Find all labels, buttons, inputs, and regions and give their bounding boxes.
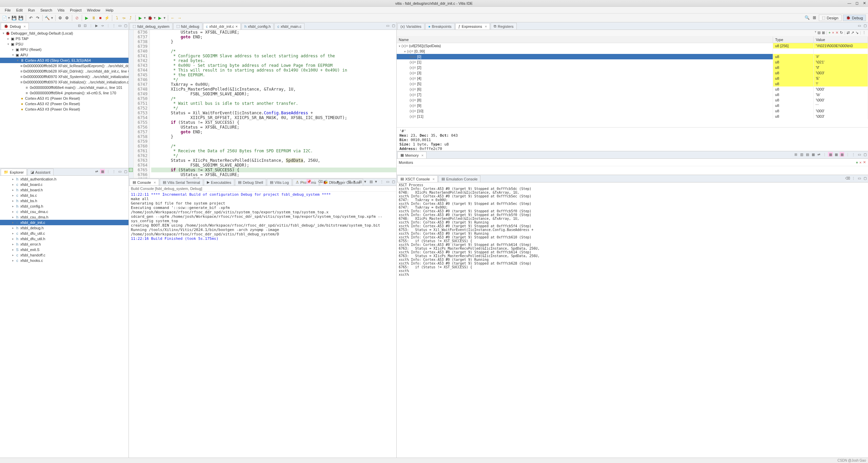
menu-project[interactable]: Project — [67, 7, 84, 13]
expression-row[interactable]: ▾ (x)= (u8[256])(SpdData)u8 [256]"#\021\… — [397, 43, 868, 49]
tab-explorer[interactable]: 📁Explorer — [1, 169, 27, 175]
close-button[interactable]: ✕ — [862, 1, 867, 5]
code-editor[interactable]: 6736673767386739674067416742674367446745… — [129, 30, 396, 178]
menu-run[interactable]: Run — [25, 7, 38, 13]
link-icon[interactable]: ⇄ — [816, 152, 821, 157]
tool2-icon[interactable]: ⚙ — [64, 15, 70, 21]
explorer-file[interactable]: ▸hxfsbl_board.h — [0, 187, 129, 193]
skip-breakpoints-icon[interactable]: ⊘ — [74, 15, 80, 21]
frame-1[interactable]: ≡0x00000000fffcb628 XFsbl_DdrInit(): ../… — [0, 69, 129, 74]
tab-breakpoints[interactable]: ●Breakpoints — [425, 23, 455, 30]
etab-4[interactable]: cxfsbl_main.c — [274, 23, 304, 30]
open-perspective-icon[interactable]: ⊞ — [811, 15, 817, 21]
debug-tree[interactable]: ▾🐞Debugger_fsbl_debug-Default (Local) ▸▣… — [0, 30, 129, 168]
explorer-file[interactable]: ▸cxfsbl_csu_dma.c — [0, 209, 129, 214]
display-icon[interactable]: ▤ — [347, 179, 352, 184]
type-icon[interactable]: ᵀ — [815, 31, 816, 36]
save-all-icon[interactable]: 💾 — [18, 15, 24, 21]
maximize-icon[interactable]: ▢ — [123, 169, 128, 174]
tab-console[interactable]: ▤Console× — [130, 179, 159, 186]
import-icon[interactable]: ↘ — [855, 31, 859, 36]
step-over-icon[interactable]: ⤼ — [121, 15, 127, 21]
frame-2[interactable]: ≡0x00000000fffd0970 XFsbl_SystemInit(): … — [0, 74, 129, 79]
tab-debug[interactable]: 🐞 Debug × — [1, 23, 29, 30]
tab-variables[interactable]: (x)Variables — [397, 23, 425, 30]
frame-5[interactable]: ≡0x00000000fffd5fe4 .jmptomain(): xil-cr… — [0, 90, 129, 96]
explorer-file[interactable]: ▸Sxfsbl_exit.S — [0, 247, 129, 252]
tab-emulation[interactable]: ▤Emulation Console — [438, 175, 480, 182]
core2[interactable]: ●Cortex-A53 #2 (Power On Reset) — [0, 101, 129, 107]
collapse-icon[interactable]: ⊟ — [817, 31, 821, 36]
suspend-icon[interactable]: ⏸ — [91, 15, 97, 21]
undo-icon[interactable]: ↶ — [28, 15, 34, 21]
close-icon[interactable]: × — [23, 24, 25, 28]
external-tools-icon[interactable]: ▶ — [157, 15, 163, 21]
explorer-file[interactable]: ▸cxfsbl_handoff.c — [0, 252, 129, 258]
apu[interactable]: ▾▣APU — [0, 52, 129, 58]
explorer-file[interactable]: ▸hxfsbl_error.h — [0, 242, 129, 247]
expression-row[interactable]: (x)= [9]u8' ' — [397, 103, 868, 108]
new-icon[interactable]: ▤ — [369, 179, 373, 184]
col-name[interactable]: Name — [397, 37, 773, 43]
menu-icon[interactable]: ⋮ — [851, 152, 856, 157]
run-icon[interactable]: ▶ — [137, 15, 143, 21]
maximize-icon[interactable]: ▢ — [391, 23, 396, 28]
minimize-icon[interactable]: ▭ — [117, 169, 122, 174]
menu-help[interactable]: Help — [103, 7, 116, 13]
redo-icon[interactable]: ↷ — [35, 15, 41, 21]
collapse-icon[interactable]: ⊟ — [77, 23, 82, 28]
link-icon[interactable]: ⇄ — [94, 169, 99, 174]
step-return-icon[interactable]: ⤴ — [127, 15, 134, 21]
close-icon[interactable]: × — [421, 153, 423, 157]
down-icon[interactable]: ↓ — [301, 179, 305, 184]
explorer-file[interactable]: ▸cxfsbl_board.c — [0, 182, 129, 187]
expression-row[interactable]: (x)= [5]u8'!' — [397, 81, 868, 86]
pin-icon[interactable]: 📌 — [307, 179, 311, 184]
disconnect-icon[interactable]: ⚡ — [104, 15, 110, 21]
expression-row[interactable]: (x)= [1]u8'\021' — [397, 59, 868, 65]
explorer-tree[interactable]: ▸hxfsbl_authentication.h▸cxfsbl_board.c▸… — [0, 176, 129, 458]
layout3-icon[interactable]: ▦ — [811, 152, 815, 157]
wrap-icon[interactable]: ↩ — [330, 179, 334, 184]
menu-file[interactable]: File — [2, 7, 14, 13]
maximize-icon[interactable]: ▢ — [123, 23, 128, 28]
expression-row[interactable]: (x)= [7]u8'\b' — [397, 92, 868, 97]
tab-vitislog[interactable]: ▤Vitis Log — [267, 179, 292, 186]
expression-row[interactable]: (x)= [0]u8'#' — [397, 54, 868, 59]
expression-row[interactable]: (x)= [4]u8'E' — [397, 76, 868, 81]
console-output[interactable]: 11:22:11 **** Incremental Build of confi… — [129, 192, 396, 458]
layout-icon[interactable]: ▥ — [799, 152, 804, 157]
rpu[interactable]: ▸▣RPU (Reset) — [0, 47, 129, 52]
build-icon[interactable]: 🔨 — [44, 15, 51, 21]
core0[interactable]: ▾⏸Cortex-A53 #0 (Step Over), EL3(S)/A64 — [0, 58, 129, 63]
close-icon[interactable]: × — [154, 180, 156, 185]
explorer-file[interactable]: ▸hxfsbl_csu_dma.h — [0, 214, 129, 220]
filter-icon[interactable]: ▦ — [100, 169, 105, 174]
expression-row[interactable]: (x)= [2]u8'\f' — [397, 65, 868, 70]
menu-vitis[interactable]: Vitis — [55, 7, 67, 13]
tab-expressions[interactable]: ƒExpressions× — [455, 23, 490, 30]
debug-root[interactable]: ▾🐞Debugger_fsbl_debug-Default (Local) — [0, 31, 129, 36]
perspective-debug[interactable]: 🐞Debug — [843, 15, 866, 21]
etab-2[interactable]: cxfsbl_ddr_init.c× — [203, 23, 241, 30]
menu-icon[interactable]: ⋮ — [862, 31, 866, 36]
tab-xsct[interactable]: ▤XSCT Console× — [397, 175, 438, 182]
menu-search[interactable]: Search — [38, 7, 55, 13]
explorer-file[interactable]: ▸cxfsbl_hooks.c — [0, 258, 129, 263]
etab-1[interactable]: ⬚fsbl_debug — [173, 23, 202, 30]
nav-back-icon[interactable]: ← — [170, 15, 176, 21]
tab-serial[interactable]: ▤Vitis Serial Terminal — [160, 179, 203, 186]
expressions-table[interactable]: Name Type Value ▾ (x)= (u8[256])(SpdData… — [397, 37, 868, 127]
nav-icon[interactable]: ⇄ — [847, 31, 850, 36]
explorer-file[interactable]: ▸hxfsbl_config.h — [0, 204, 129, 209]
remove-icon[interactable]: × — [832, 31, 834, 36]
expression-row[interactable]: (x)= [3]u8'\003' — [397, 70, 868, 76]
expand-icon[interactable]: ⊞ — [822, 31, 825, 36]
frame-4[interactable]: ≡0x00000000fffd68e4 main(): ../src/xfsbl… — [0, 85, 129, 90]
minimize-icon[interactable]: ▭ — [857, 23, 862, 28]
explorer-file[interactable]: ▸cxfsbl_dfu_util.c — [0, 231, 129, 236]
close-icon[interactable]: × — [485, 24, 487, 28]
save-icon[interactable]: 💾 — [11, 15, 17, 21]
minimize-icon[interactable]: ▭ — [857, 152, 862, 157]
tab-memory[interactable]: ▦Memory× — [397, 152, 427, 158]
